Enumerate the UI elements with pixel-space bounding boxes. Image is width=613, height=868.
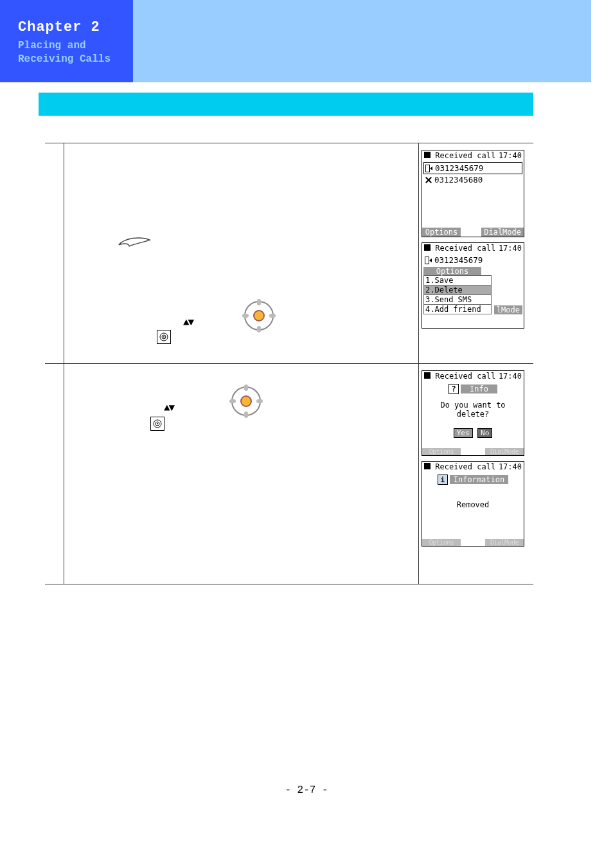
softkey-right-dim: DialMode [485,448,524,455]
options-menu-header: Options [423,267,481,276]
phone-screen-received-list: Received call 17:40 0312345679 031234568… [422,150,524,237]
battery-icon [424,463,431,469]
menu-item: 1.Save [423,275,492,285]
chapter-subtitle: Placing and Receiving Calls [18,39,133,66]
svg-rect-10 [244,384,248,391]
ok-button-icon [150,417,164,431]
incoming-call-icon [425,257,432,264]
question-icon: ? [449,384,459,394]
screen-title: Received call [435,151,495,160]
softkey-right-dim: DialMode [485,539,524,546]
ok-button-icon [157,330,171,344]
yes-no-row: Yes No [423,428,522,438]
chapter-title: Chapter 2 [18,19,133,35]
menu-item: 4.Add friend [423,304,492,314]
softkey-right: DialMode [481,228,524,237]
phone-number: 0312345679 [434,255,483,265]
screen-title: Received call [435,372,495,381]
screen-title: Received call [435,462,495,471]
list-item: 0312345680 [423,174,522,185]
softkey-left-dim: Options [422,539,461,546]
menu-item-selected: 2.Delete [423,285,492,295]
nav-key-icon [228,383,264,419]
svg-rect-3 [242,314,249,318]
missed-call-icon [425,176,432,184]
screens-cell-2: Received call 17:40 ? Info Do you want t… [419,364,533,584]
nav-key-icon [241,298,277,334]
section-bar [39,93,533,116]
phone-number: 0312345680 [434,175,483,185]
screens-cell-1: Received call 17:40 0312345679 031234568… [419,143,533,364]
svg-rect-1 [257,299,261,305]
instruction-cell-1: ▲▼ [64,143,418,364]
menu-item: 3.Send SMS [423,294,492,305]
no-button: No [477,428,492,438]
screen-time: 17:40 [499,462,522,471]
info-badge: Info [461,384,497,393]
step-number-cell [45,143,64,364]
battery-icon [424,372,431,379]
yes-button: Yes [454,428,473,438]
page-number: - 2-7 - [0,784,613,796]
phone-number: 0312345679 [435,163,483,173]
svg-rect-4 [269,314,276,318]
softkey-right-peek: lMode [494,305,522,314]
instruction-cell-2: ▲▼ [64,364,418,584]
list-item: 0312345679 [423,162,522,174]
incoming-call-icon [425,165,433,172]
screen-time: 17:40 [499,372,522,381]
svg-point-17 [157,423,158,424]
info-icon: i [438,475,448,485]
phone-screen-confirm-delete: Received call 17:40 ? Info Do you want t… [422,370,524,456]
up-down-arrows-icon: ▲▼ [183,317,193,329]
screen-title: Received call [435,244,495,253]
svg-rect-2 [257,326,261,332]
step-number-cell [45,364,64,584]
cursor-icon [116,233,153,253]
screen-time: 17:40 [499,244,522,253]
removed-message: Removed [423,486,522,514]
svg-rect-11 [244,411,248,418]
chapter-box: Chapter 2 Placing and Receiving Calls [0,0,133,82]
svg-rect-12 [229,399,236,403]
softkey-left: Options [422,228,461,237]
list-item: 0312345679 [423,255,522,266]
instruction-table: ▲▼ Received call 17:40 0312345679 [45,143,533,584]
battery-icon [424,152,431,158]
up-down-arrows-icon: ▲▼ [164,402,173,414]
info-badge: Information [450,475,508,484]
svg-point-14 [241,396,251,406]
svg-point-8 [163,336,164,338]
svg-rect-13 [256,399,263,403]
phone-screen-removed: Received call 17:40 i Information Remove… [422,461,524,547]
phone-screen-options-menu: Received call 17:40 0312345679 Options 1… [422,242,524,329]
softkey-left-dim: Options [422,448,461,455]
battery-icon [424,244,431,251]
confirm-message: Do you want to delete? [423,395,522,424]
screen-time: 17:40 [499,151,522,160]
svg-point-5 [254,311,264,321]
